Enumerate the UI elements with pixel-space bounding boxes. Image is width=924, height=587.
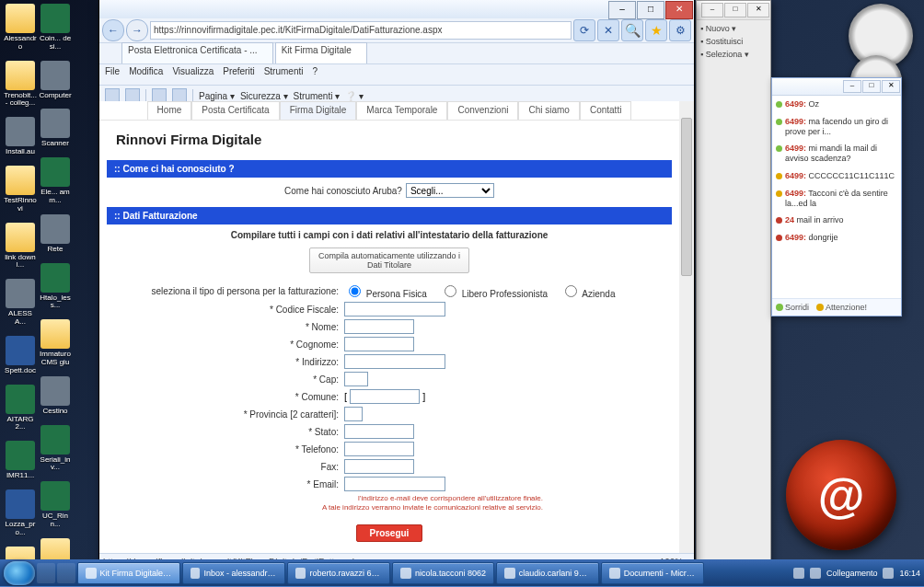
desktop-icon[interactable]: Alessandro xyxy=(4,4,37,52)
taskbar-task[interactable]: claudio.carlani 9721 xyxy=(496,562,599,584)
desktop-icon[interactable]: link downl... xyxy=(4,223,37,270)
tools-button[interactable]: ⚙ xyxy=(669,19,691,41)
desktop-icon[interactable]: TestRinnovi xyxy=(4,166,37,213)
messenger-item[interactable]: 6499: Oz xyxy=(776,99,897,109)
minimize-button[interactable]: – xyxy=(843,80,861,93)
prosegui-button[interactable]: Prosegui xyxy=(356,524,423,542)
field-input-tel[interactable] xyxy=(344,442,414,456)
ie-menu-item[interactable]: Preferiti xyxy=(223,66,254,76)
tray-icon[interactable] xyxy=(810,568,821,579)
howknow-select[interactable]: Scegli... xyxy=(406,183,494,198)
site-nav-item[interactable]: Contatti xyxy=(580,101,631,120)
persontype-option[interactable]: Azienda xyxy=(560,289,615,299)
taskbar-task[interactable]: roberto.ravazzi 6230 xyxy=(287,562,390,584)
desktop-icon[interactable]: Immaturo CMS giu xyxy=(39,319,72,367)
refresh-button[interactable]: ⟳ xyxy=(573,19,595,41)
autofill-button[interactable]: Compila automaticamente utilizzando i Da… xyxy=(309,247,469,273)
maximize-button[interactable]: □ xyxy=(862,80,881,93)
tray-volume-icon[interactable] xyxy=(883,568,894,579)
minimize-button[interactable]: – xyxy=(608,1,636,19)
ie-cmd-item[interactable]: Sicurezza ▾ xyxy=(240,91,288,101)
desktop-icon[interactable]: Cestino xyxy=(39,376,72,416)
pinned-ie-icon[interactable] xyxy=(37,563,55,583)
desktop-icon[interactable]: Ele... amm... xyxy=(39,157,72,205)
ie-menu-item[interactable]: ? xyxy=(312,66,318,76)
field-input-prov[interactable] xyxy=(344,407,363,421)
messenger-item[interactable]: 24 mail in arrivo xyxy=(776,215,897,225)
messenger-item[interactable]: 6499: ma facendo un giro di prove per i.… xyxy=(776,117,897,137)
close-button[interactable]: ✕ xyxy=(747,3,769,17)
maximize-button[interactable]: □ xyxy=(637,1,664,19)
messenger-item[interactable]: 6499: CCCCCC11C11C111C xyxy=(776,171,897,181)
desktop-icon[interactable]: Scanner xyxy=(39,109,72,148)
desktop-icon[interactable]: Install.au xyxy=(4,117,37,156)
field-input-cognome[interactable] xyxy=(344,337,414,351)
desktop-icon[interactable]: Rete xyxy=(39,214,72,254)
ie-cmd-item[interactable]: Pagina ▾ xyxy=(199,91,235,101)
desktop-icon[interactable]: Coin... desi... xyxy=(39,4,72,52)
vertical-scrollbar[interactable] xyxy=(678,101,694,554)
messenger-foot-button[interactable]: Sorridi xyxy=(776,303,809,312)
desktop-icon[interactable]: Spett.doc xyxy=(4,336,37,375)
ie-menu-item[interactable]: Visualizza xyxy=(172,66,214,76)
messenger-item[interactable]: 6499: Tacconi c'è da sentire la...ed la xyxy=(776,189,897,209)
persontype-option[interactable]: Libero Professionista xyxy=(440,289,548,299)
desktop-icon[interactable]: AITARG 2... xyxy=(4,385,37,432)
taskbar-task[interactable]: Kit Firma Digitale -... xyxy=(77,562,180,584)
pinned-explorer-icon[interactable] xyxy=(57,563,75,583)
messenger-item[interactable]: 6499: dongrije xyxy=(776,233,897,243)
forward-button[interactable]: → xyxy=(126,19,148,41)
side-window-item[interactable]: ▪ Sostituisci xyxy=(700,37,767,46)
field-input-cap[interactable] xyxy=(344,372,368,386)
taskbar-task[interactable]: Inbox - alessandro.ta... xyxy=(182,562,285,584)
tray-icon[interactable] xyxy=(793,568,804,579)
maximize-button[interactable]: □ xyxy=(724,3,746,17)
site-nav-item[interactable]: Convenzioni xyxy=(447,101,518,120)
field-input-stato[interactable] xyxy=(344,424,414,439)
site-nav-item[interactable]: Marca Temporale xyxy=(356,101,447,120)
ie-cmd-item[interactable]: Strumenti ▾ xyxy=(294,91,341,101)
favorites-button[interactable]: ★ xyxy=(645,19,667,41)
site-nav-item[interactable]: Chi siamo xyxy=(518,101,579,120)
field-input-cf[interactable] xyxy=(344,302,445,317)
site-nav-item[interactable]: Home xyxy=(147,101,192,120)
desktop-icon[interactable]: UC_Rinn... xyxy=(39,481,72,529)
messenger-item[interactable]: 6499: mi mandi la mail di avviso scadenz… xyxy=(776,144,897,164)
messenger-foot-button[interactable]: Attenzione! xyxy=(816,303,867,312)
site-nav-item[interactable]: Firma Digitale xyxy=(280,101,357,120)
minimize-button[interactable]: – xyxy=(701,3,723,17)
site-nav-item[interactable]: Posta Certificata xyxy=(191,101,279,120)
desktop-icon[interactable]: Computer xyxy=(39,61,72,100)
ie-menu-item[interactable]: Modifica xyxy=(129,66,163,76)
ie-menu-item[interactable]: Strumenti xyxy=(264,66,304,76)
field-input-indirizzo[interactable] xyxy=(344,354,445,369)
ie-tab[interactable]: Posta Elettronica Certificata - ... xyxy=(121,42,273,63)
ie-tab[interactable]: Kit Firma Digitale xyxy=(275,42,367,63)
start-button[interactable] xyxy=(4,561,35,585)
address-bar[interactable]: https://rinnovifirmadigitale.pec.it/KitF… xyxy=(150,21,572,40)
search-button[interactable]: 🔍 xyxy=(621,19,643,41)
stop-button[interactable]: ✕ xyxy=(597,19,619,41)
desktop-icon[interactable]: Seriali_inv... xyxy=(39,425,72,473)
taskbar-task[interactable]: nicola.tacconi 8062 xyxy=(392,562,494,584)
field-input-fax[interactable] xyxy=(344,459,414,474)
side-window-item[interactable]: ▪ Nuovo ▾ xyxy=(700,24,767,33)
ie-cmd-item[interactable]: ❔ ▾ xyxy=(345,91,364,101)
side-window-item[interactable]: ▪ Seleziona ▾ xyxy=(700,50,767,59)
system-tray[interactable]: Collegamento 16:14 xyxy=(793,568,920,579)
desktop-icon[interactable]: ALESSA... xyxy=(4,279,37,327)
persontype-option[interactable]: Persona Fisica xyxy=(344,289,427,299)
back-button[interactable]: ← xyxy=(102,19,124,41)
ie-menu-item[interactable]: File xyxy=(105,66,120,76)
close-button[interactable]: ✕ xyxy=(882,80,900,93)
persontype-radios[interactable]: Persona Fisica Libero Professionista Azi… xyxy=(344,282,628,299)
desktop-icon[interactable]: Trenobit... - colleg... xyxy=(4,61,37,109)
field-input-comune[interactable] xyxy=(350,389,420,404)
desktop-icon[interactable]: Lozza_pro... xyxy=(4,489,37,537)
close-button[interactable]: ✕ xyxy=(665,1,693,19)
ie-menubar[interactable]: FileModificaVisualizzaPreferitiStrumenti… xyxy=(99,64,694,86)
taskbar-task[interactable]: Documenti - Micro... xyxy=(601,562,704,584)
desktop-icon[interactable]: IMR11... xyxy=(4,441,37,480)
field-input-nome[interactable] xyxy=(344,319,414,334)
desktop-icon[interactable]: Htalo_less... xyxy=(39,263,72,311)
